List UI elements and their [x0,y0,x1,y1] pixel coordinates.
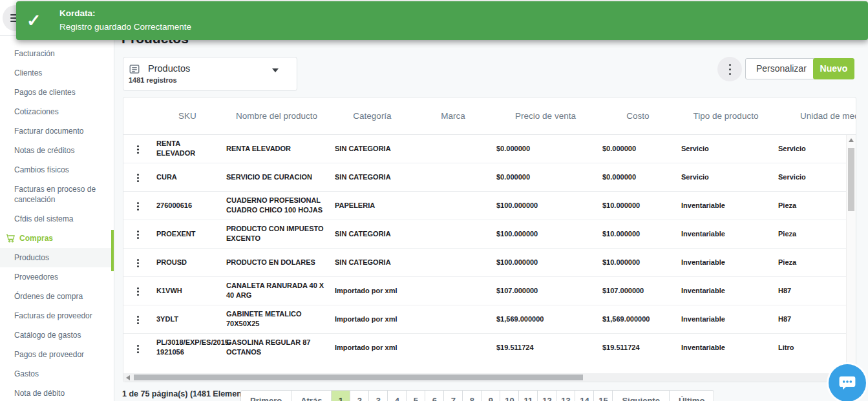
column-header-tipo[interactable]: Tipo de producto [677,98,774,134]
pagination-next-button[interactable]: Siguiente [612,390,670,401]
pagination: Primero Atrás 1 2 3 4 5 6 7 8 9 10 11 12… [240,390,714,401]
chat-fab-button[interactable] [829,364,866,401]
cell-categoria: Importado por xml [331,305,414,333]
toast-title: Kordata: [59,8,96,18]
sidebar-item-facturacion[interactable]: Facturación [0,44,114,63]
cart-icon [5,233,16,243]
sidebar-item-productos[interactable]: Productos [0,248,114,267]
pagination-page-7[interactable]: 7 [443,390,463,401]
column-header-marca[interactable]: Marca [414,98,492,134]
sidebar-item-gastos[interactable]: Gastos [0,364,114,384]
cell-sku: RENTA ELEVADOR [153,134,222,163]
scroll-up-icon[interactable] [849,138,854,142]
cell-marca [414,248,492,276]
pagination-page-6[interactable]: 6 [425,390,444,401]
cell-unidad: Servicio [774,134,856,163]
cell-categoria: Importado por xml [331,276,414,305]
pagination-page-4[interactable]: 4 [387,390,407,401]
table-row[interactable]: PROEXENT PRODUCTO CON IMPUESTO EXCENTO S… [123,220,856,248]
cell-costo: $107.000000 [598,276,677,305]
pagination-page-3[interactable]: 3 [368,390,388,401]
row-kebab-menu-icon[interactable] [133,313,143,327]
sidebar-active-accent-bar [111,230,114,271]
sidebar-item-clientes[interactable]: Clientes [0,63,114,83]
cell-sku: K1VWH [153,276,222,305]
row-kebab-menu-icon[interactable] [133,342,143,356]
cell-unidad: Litro [774,333,856,362]
records-count: 1481 registros [129,76,177,84]
cell-unidad: Servicio [774,163,856,191]
sidebar-item-notas-de-creditos[interactable]: Notas de créditos [0,141,114,160]
list-view-icon [129,63,140,75]
sidebar-item-facturar-documento[interactable]: Facturar documento [0,121,114,141]
view-selector-dropdown[interactable]: Productos 1481 registros [123,57,297,91]
pagination-page-10[interactable]: 10 [500,390,519,401]
sidebar-item-nota-de-debito[interactable]: Nota de débito [0,384,114,401]
pagination-page-14[interactable]: 14 [575,390,594,401]
table-row[interactable]: 3YDLT GABINETE METALICO 70X50X25 Importa… [123,305,856,333]
sidebar-item-pagos-de-proveedor[interactable]: Pagos de proveedor [0,345,114,364]
check-icon: ✓ [26,10,41,31]
scroll-left-icon[interactable] [126,375,130,380]
column-header-precio[interactable]: Precio de venta [492,98,598,134]
column-header-categoria[interactable]: Categoría [331,98,414,134]
row-kebab-menu-icon[interactable] [133,256,143,271]
column-header-costo[interactable]: Costo [598,98,677,134]
table-row[interactable]: 276000616 CUADERNO PROFESIONAL CUADRO CH… [123,191,856,220]
cell-unidad: Pieza [774,191,856,220]
sidebar-item-cfdis-del-sistema[interactable]: Cfdis del sistema [0,209,114,229]
sidebar-item-facturas-de-proveedor[interactable]: Facturas de proveedor [0,306,114,325]
vertical-scrollbar-thumb[interactable] [848,148,854,211]
cell-sku: 3YDLT [153,305,222,333]
row-kebab-menu-icon[interactable] [133,171,143,185]
pagination-page-2[interactable]: 2 [350,390,369,401]
column-header-nombre[interactable]: Nombre del producto [222,98,331,134]
sidebar-item-catalogo-de-gastos[interactable]: Catálogo de gastos [0,325,114,345]
horizontal-scrollbar-thumb[interactable] [134,375,583,380]
cell-precio: $19.511724 [492,333,598,362]
pagination-page-8[interactable]: 8 [462,390,482,401]
sidebar-item-pagos-de-clientes[interactable]: Pagos de clientes [0,83,114,102]
pagination-page-15[interactable]: 15 [593,390,613,401]
pagination-last-button[interactable]: Último [669,390,714,401]
sidebar-item-proveedores[interactable]: Proveedores [0,267,114,287]
table-row[interactable]: RENTA ELEVADOR RENTA ELEVADOR SIN CATEGO… [123,134,856,163]
row-kebab-menu-icon[interactable] [133,228,143,242]
pagination-page-13[interactable]: 13 [556,390,575,401]
pagination-prev-button[interactable]: Atrás [291,390,332,401]
pagination-page-5[interactable]: 5 [406,390,425,401]
cell-tipo: Servicio [677,134,774,163]
more-options-button[interactable] [717,57,742,81]
cell-tipo: Inventariable [677,305,774,333]
cell-precio: $0.000000 [492,134,598,163]
cell-unidad: H87 [774,305,856,333]
row-kebab-menu-icon[interactable] [133,200,143,214]
table-row[interactable]: K1VWH CANALETA RANURADA 40 X 40 ARG Impo… [123,276,856,305]
row-kebab-menu-icon[interactable] [133,285,143,299]
table-row[interactable]: PL/3018/EXP/ES/2015-1921056 GASOLINA REG… [123,333,856,362]
row-kebab-menu-icon[interactable] [133,143,143,157]
column-header-sku[interactable]: SKU [153,98,222,134]
sidebar-item-facturas-en-proceso[interactable]: Facturas en proceso de cancelación [0,180,114,209]
column-header-unidad[interactable]: Unidad de medida [774,98,856,134]
cell-precio: $1,569.000000 [492,305,598,333]
sidebar-item-ordenes-de-compra[interactable]: Órdenes de compra [0,287,114,306]
sidebar-section-compras[interactable]: Compras [0,229,114,248]
table-row[interactable]: CURA SERVICIO DE CURACION SIN CATEGORIA … [123,163,856,191]
cell-sku: PROEXENT [153,220,222,248]
new-button[interactable]: Nuevo [813,58,854,79]
table-row[interactable]: PROUSD PRODUCTO EN DOLARES SIN CATEGORIA… [123,248,856,276]
personalize-button[interactable]: Personalizar [745,58,818,79]
cell-precio: $100.000000 [492,248,598,276]
cell-tipo: Inventariable [677,220,774,248]
pagination-page-12[interactable]: 12 [537,390,556,401]
cell-nombre: PRODUCTO CON IMPUESTO EXCENTO [222,220,331,248]
pagination-page-11[interactable]: 11 [518,390,538,401]
pagination-first-button[interactable]: Primero [240,390,291,401]
pagination-page-9[interactable]: 9 [481,390,500,401]
table-header-row: SKU Nombre del producto Categoría Marca … [123,98,856,134]
sidebar-item-cambios-fisicos[interactable]: Cambios físicos [0,160,114,180]
pagination-page-1[interactable]: 1 [331,390,350,401]
sidebar-item-cotizaciones[interactable]: Cotizaciones [0,102,114,121]
cell-tipo: Inventariable [677,333,774,362]
